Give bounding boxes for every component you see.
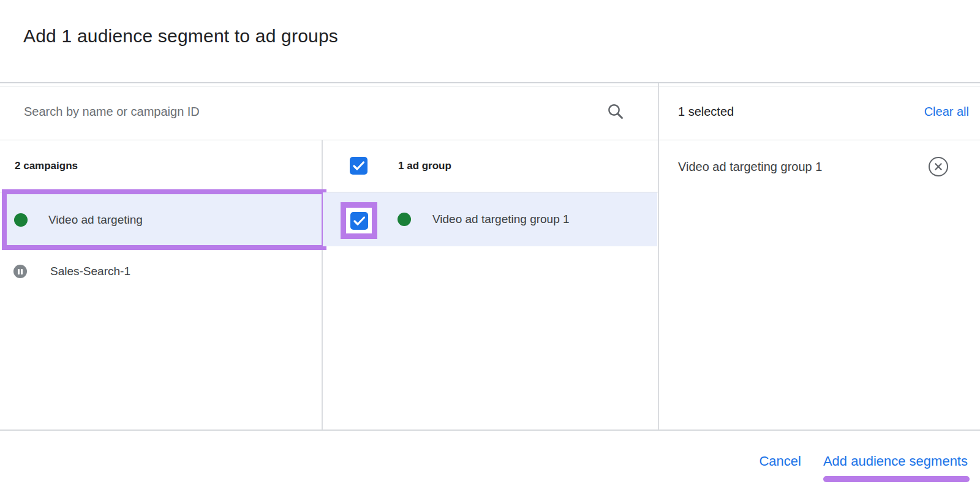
select-all-ad-groups-checkbox[interactable]	[350, 157, 368, 175]
checkmark-icon	[350, 212, 368, 230]
campaign-name: Video ad targeting	[48, 213, 143, 227]
clear-all-button[interactable]: Clear all	[924, 105, 969, 119]
campaign-row-sales-search-1[interactable]: Sales-Search-1	[0, 246, 321, 297]
checkmark-icon	[350, 157, 368, 175]
add-audience-segments-button[interactable]: Add audience segments	[823, 453, 968, 469]
selected-item-name: Video ad targeting group 1	[678, 160, 822, 174]
campaigns-header: 2 campaigns	[0, 140, 322, 192]
status-paused-icon	[13, 265, 27, 278]
status-enabled-icon	[14, 213, 28, 227]
selection-header: 1 selected Clear all	[659, 83, 980, 140]
ad-groups-header: 1 ad group	[323, 140, 658, 192]
annotation-box-ad-group-checkbox	[341, 202, 377, 239]
campaign-name: Sales-Search-1	[50, 265, 130, 278]
annotation-box-campaign-row: Video ad targeting	[2, 189, 326, 250]
panel-bottom-divider	[0, 430, 980, 431]
annotation-underline	[823, 476, 970, 482]
ad-group-checkbox[interactable]	[350, 212, 368, 230]
selected-item-row: Video ad targeting group 1	[659, 140, 980, 193]
search-input[interactable]	[0, 83, 612, 140]
campaign-row-video-ad-targeting[interactable]: Video ad targeting	[7, 194, 322, 245]
ad-group-name: Video ad targeting group 1	[432, 213, 570, 226]
dialog-footer: Cancel Add audience segments	[759, 449, 968, 474]
page-title: Add 1 audience segment to ad groups	[23, 26, 338, 47]
cancel-button[interactable]: Cancel	[759, 453, 801, 469]
status-enabled-icon	[398, 213, 411, 226]
ad-groups-header-label: 1 ad group	[398, 160, 451, 172]
search-bar	[0, 83, 658, 140]
search-icon	[606, 102, 625, 121]
submit-wrap: Add audience segments	[823, 453, 968, 469]
selected-count: 1 selected	[678, 105, 734, 119]
remove-selected-item-icon[interactable]	[928, 156, 949, 177]
